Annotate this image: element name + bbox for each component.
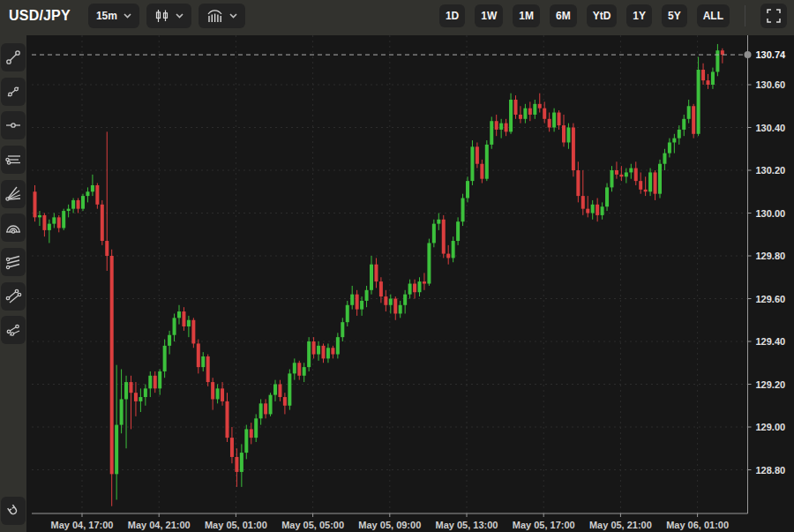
fan-lines-tool-button[interactable]	[1, 180, 26, 208]
angle-lines-tool-button[interactable]	[1, 248, 26, 276]
candle	[134, 382, 138, 416]
candle	[105, 131, 109, 271]
candle	[120, 370, 124, 434]
trend-ray-tool-button[interactable]	[1, 78, 26, 106]
candle	[470, 140, 474, 185]
price-axis-label: 129.40	[756, 336, 786, 347]
candle	[427, 239, 431, 286]
horizontal-line-icon	[4, 116, 22, 134]
candle	[346, 301, 349, 326]
candle	[259, 399, 263, 424]
fullscreen-button[interactable]	[760, 4, 787, 28]
magnet-icon	[4, 502, 22, 520]
toolbar: USD/JPY 15m 1D1W1M6MYtD1Y5YALL	[0, 0, 794, 35]
fan-lines-icon	[4, 185, 22, 203]
interval-dropdown[interactable]: 15m	[88, 4, 139, 28]
range-button-1y[interactable]: 1Y	[626, 4, 652, 27]
candle	[399, 301, 402, 318]
candle	[273, 380, 277, 401]
chevron-down-icon	[229, 13, 237, 19]
candle	[629, 164, 633, 179]
range-button-1d[interactable]: 1D	[439, 4, 465, 27]
parallel-channel-tool-button[interactable]	[1, 282, 26, 311]
candle	[341, 318, 344, 341]
range-button-1m[interactable]: 1M	[513, 4, 540, 27]
range-button-5y[interactable]: 5Y	[662, 4, 687, 27]
time-axis: May 04, 17:00May 04, 21:00May 05, 01:00M…	[51, 513, 730, 530]
candle	[269, 393, 273, 416]
candle	[523, 104, 527, 124]
price-axis: 130.60130.40130.20130.00129.80129.60129.…	[748, 79, 786, 476]
disjoint-channel-tool-button[interactable]	[1, 316, 26, 344]
candle	[187, 316, 191, 337]
last-price-marker: 130.74	[32, 49, 786, 60]
candle	[678, 125, 681, 145]
magnet-tool-button[interactable]	[1, 497, 26, 525]
candle	[707, 74, 710, 89]
parallel-channel-icon	[4, 288, 22, 305]
indicators-dropdown[interactable]	[198, 4, 245, 28]
chart-area[interactable]: 130.60130.40130.20130.00129.80129.60129.…	[26, 35, 794, 532]
range-button-1w[interactable]: 1W	[475, 4, 503, 27]
candle	[201, 352, 205, 371]
range-button-all[interactable]: ALL	[697, 4, 730, 27]
candle	[668, 139, 671, 158]
candle	[48, 220, 51, 244]
candle	[230, 427, 234, 463]
candle	[244, 425, 248, 460]
candle	[34, 185, 37, 221]
candle	[95, 184, 99, 209]
candle	[634, 161, 638, 185]
candle	[52, 214, 56, 229]
candle	[322, 343, 326, 363]
candle	[672, 134, 676, 154]
candle	[86, 187, 89, 202]
candle	[403, 290, 407, 314]
candle	[413, 280, 416, 299]
candle	[288, 370, 291, 410]
candle	[499, 119, 503, 139]
candle	[356, 290, 359, 316]
candle	[442, 215, 446, 258]
range-button-6m[interactable]: 6M	[550, 4, 577, 27]
candle	[360, 296, 363, 316]
candle	[514, 95, 518, 119]
candlestick-chart[interactable]: 130.60130.40130.20130.00129.80129.60129.…	[26, 35, 794, 532]
candle	[124, 376, 128, 448]
disjoint-channel-icon	[4, 321, 22, 339]
candle	[326, 343, 330, 363]
candle	[461, 194, 465, 226]
candle	[495, 115, 498, 136]
candle	[168, 331, 171, 355]
fib-arcs-tool-button[interactable]	[1, 214, 26, 242]
candle	[562, 115, 566, 146]
candle	[601, 202, 604, 219]
price-axis-label: 130.60	[756, 79, 786, 90]
trend-line-tool-button[interactable]	[1, 43, 26, 71]
price-axis-label: 129.20	[756, 379, 786, 390]
candle	[278, 380, 281, 401]
interval-label: 15m	[96, 10, 117, 22]
time-axis-label: May 05, 05:00	[281, 520, 344, 530]
fib-arcs-icon	[4, 219, 22, 236]
trend-line-icon	[4, 49, 22, 66]
candle	[591, 200, 595, 220]
candle	[572, 124, 575, 177]
price-axis-label: 128.80	[756, 465, 786, 476]
candle	[384, 290, 387, 311]
candle	[437, 214, 440, 230]
toolbar-divider	[745, 5, 745, 26]
candle	[177, 305, 181, 325]
candle	[528, 101, 532, 121]
candle	[221, 382, 224, 406]
price-axis-label: 129.00	[756, 422, 786, 432]
parallel-lines-tool-button[interactable]	[1, 146, 26, 174]
candle	[370, 256, 373, 295]
fullscreen-icon	[766, 8, 782, 24]
candle	[533, 100, 536, 119]
range-button-ytd[interactable]: YtD	[587, 4, 618, 27]
horizontal-line-tool-button[interactable]	[1, 111, 26, 139]
chart-type-dropdown[interactable]	[146, 4, 191, 28]
candle	[307, 337, 311, 371]
candle	[336, 333, 340, 358]
